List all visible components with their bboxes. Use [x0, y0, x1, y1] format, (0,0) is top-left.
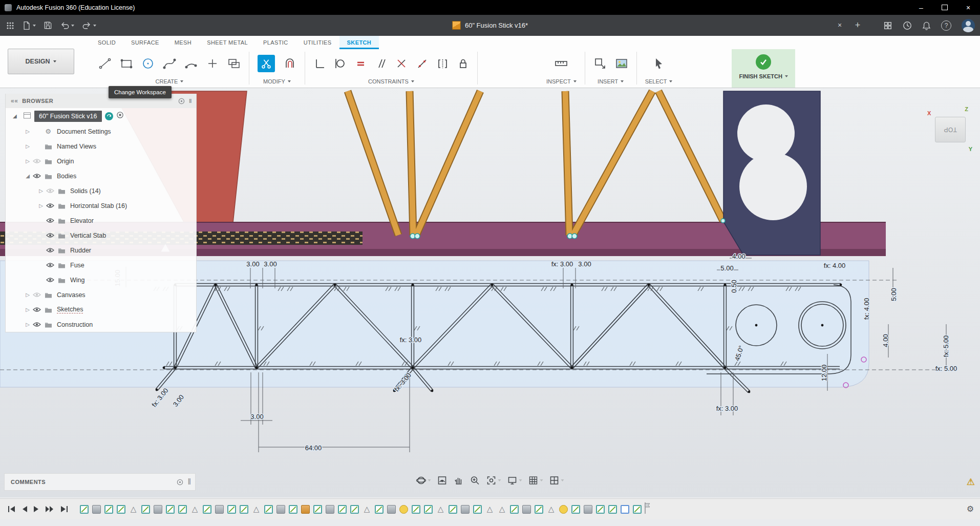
workspace-selector[interactable]: DESIGN [8, 49, 74, 74]
visibility-eye-icon[interactable] [45, 188, 56, 194]
visibility-eye-icon[interactable] [31, 307, 42, 312]
timeline-skip-start-button[interactable] [7, 505, 16, 513]
sketch-point[interactable] [412, 367, 414, 369]
app-grid-icon[interactable] [6, 22, 14, 30]
timeline-feature-icon-tri[interactable]: △ [547, 505, 556, 514]
timeline-feature-icon-sk[interactable] [166, 505, 175, 514]
sketch-point[interactable] [255, 284, 258, 286]
dimension-label[interactable]: 64.00 [305, 444, 322, 452]
timeline-feature-icon-ex[interactable] [584, 505, 592, 514]
sketch-point[interactable] [571, 284, 573, 286]
timeline-feature-icon-ex[interactable] [461, 505, 470, 514]
select-tool-icon[interactable] [652, 57, 666, 70]
measure-tool-icon[interactable] [554, 57, 568, 70]
modify-menu[interactable]: MODIFY [263, 78, 291, 85]
ribbon-tab-surface[interactable]: SURFACE [123, 36, 167, 49]
collapse-panel-icon[interactable]: «« [11, 97, 18, 104]
timeline-feature-icon-sk[interactable] [350, 505, 359, 514]
insert-derive-icon[interactable] [593, 57, 607, 70]
sketch-point[interactable] [255, 367, 258, 369]
display-settings-icon[interactable] [507, 475, 522, 486]
vertical-stab-navy[interactable] [723, 91, 820, 255]
timeline-feature-icon-sk[interactable] [633, 505, 642, 514]
timeline-feature-icon-sk[interactable] [608, 505, 617, 514]
timeline-step-forward-button[interactable] [45, 505, 55, 513]
warning-icon[interactable]: ⚠ [967, 476, 975, 488]
timeline-feature-icon-tri[interactable]: △ [363, 505, 371, 514]
offset-tool-icon[interactable] [283, 57, 296, 70]
timeline-feature-icon-sk[interactable] [289, 505, 297, 514]
timeline-step-back-button[interactable] [21, 505, 28, 513]
timeline-feature-icon-tri[interactable]: △ [190, 505, 199, 514]
panel-grip-icon[interactable]: ‖ [189, 98, 192, 104]
arc-tool-icon[interactable] [184, 57, 198, 70]
dimension-label[interactable]: 3.00 [578, 260, 591, 268]
sketch-point[interactable] [215, 284, 217, 286]
dimension-label[interactable]: 5.00 [890, 288, 898, 301]
dimension-label[interactable]: fx: 3.00 [551, 260, 573, 268]
help-icon[interactable]: ? [941, 20, 951, 31]
avatar[interactable] [962, 19, 975, 32]
trim-tool-icon-active[interactable] [258, 55, 275, 72]
timeline-feature-icon-sk[interactable] [535, 505, 543, 514]
browser-item-wing[interactable]: Wing [6, 272, 196, 287]
timeline-feature-icon-sk[interactable] [117, 505, 125, 514]
file-menu-button[interactable] [22, 21, 36, 30]
circle-tool-icon[interactable] [141, 57, 155, 70]
select-menu[interactable]: SELECT [645, 78, 673, 85]
rectangle-tool-icon[interactable] [120, 57, 133, 70]
finish-sketch-button[interactable]: FINISH SKETCH [732, 49, 795, 88]
orbit-icon[interactable] [416, 475, 431, 486]
new-tab-button[interactable]: + [852, 19, 863, 31]
dimension-label[interactable]: 3.00 [250, 413, 263, 420]
timeline-feature-icon-sk[interactable] [596, 505, 605, 514]
visibility-eye-icon[interactable] [31, 173, 42, 179]
horizontal-vertical-constraint-icon[interactable] [313, 57, 326, 70]
sketch-point[interactable] [748, 391, 751, 393]
line-tool-icon[interactable] [98, 57, 112, 70]
browser-root-row[interactable]: ◢ 60" Fusion Stick v16 [6, 108, 196, 124]
browser-item-horizontal-stab-16-[interactable]: ▷Horizontal Stab (16) [6, 198, 196, 213]
zoom-icon[interactable] [470, 475, 480, 486]
sketch-point[interactable] [648, 284, 650, 286]
timeline-skip-end-button[interactable] [59, 505, 69, 513]
insert-menu[interactable]: INSERT [598, 78, 624, 85]
sketch-point[interactable] [755, 324, 758, 327]
close-button[interactable]: × [956, 0, 980, 15]
viewcube-face-label[interactable]: TOP [944, 126, 957, 133]
visibility-eye-icon[interactable] [45, 203, 56, 208]
sketch-point[interactable] [412, 284, 414, 286]
dimension-label[interactable]: 12.00 [820, 365, 828, 382]
dimension-label[interactable]: fx: 3.00 [400, 336, 422, 344]
timeline-feature-icon-sk[interactable] [141, 505, 150, 514]
timeline-feature-icon-sk[interactable] [178, 505, 187, 514]
timeline-feature-icon-ex[interactable] [522, 505, 531, 514]
root-document-label[interactable]: 60" Fusion Stick v16 [34, 111, 102, 122]
expand-arrow-icon[interactable]: ▷ [24, 158, 31, 164]
dimension-label[interactable]: fx: 5.00 [935, 365, 957, 372]
visibility-eye-icon[interactable] [45, 247, 56, 253]
minimize-button[interactable]: – [909, 0, 933, 15]
expand-arrow-icon[interactable]: ▷ [24, 322, 31, 327]
symmetry-constraint-icon[interactable] [436, 57, 449, 70]
maximize-button[interactable] [933, 0, 956, 15]
timeline-feature-icon-sk[interactable] [264, 505, 273, 514]
activate-radio-icon[interactable] [116, 111, 124, 121]
browser-item-named-views[interactable]: ▷Named Views [6, 139, 196, 154]
dimension-label[interactable]: 4.00 [882, 334, 889, 347]
dimension-label[interactable]: 5.00 [720, 264, 733, 272]
comments-options-icon[interactable] [177, 479, 183, 486]
sketch-point[interactable] [491, 284, 494, 286]
visibility-eye-icon[interactable] [31, 292, 42, 298]
ribbon-tab-utilities[interactable]: UTILITIES [296, 36, 339, 49]
pan-icon[interactable] [454, 475, 464, 486]
timeline-feature-icon-tri[interactable]: △ [498, 505, 506, 514]
look-at-icon[interactable] [437, 475, 448, 486]
timeline-feature-icon-sk[interactable] [203, 505, 211, 514]
redo-button[interactable] [82, 21, 96, 30]
timeline-play-button[interactable] [33, 505, 40, 513]
sketch-point[interactable] [156, 389, 158, 391]
sketch-point[interactable] [840, 284, 842, 286]
expand-arrow-icon[interactable]: ▷ [37, 188, 45, 194]
ribbon-tab-sketch[interactable]: SKETCH [339, 36, 379, 49]
